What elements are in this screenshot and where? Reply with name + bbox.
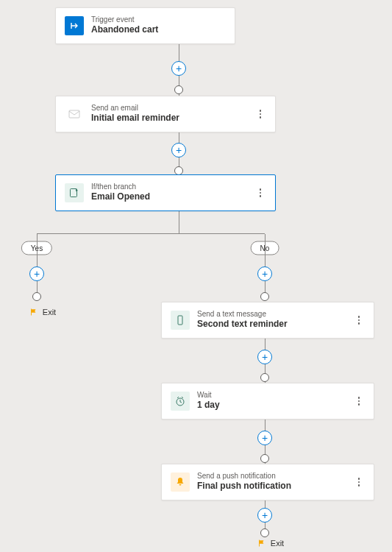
svg-rect-0: [69, 110, 79, 118]
flag-icon: [257, 539, 266, 548]
card-type-label: Send a push notification: [197, 472, 353, 481]
connector-line: [37, 233, 265, 234]
card-text: Send an email Initial email reminder: [91, 104, 254, 124]
card-text: Wait 1 day: [197, 391, 353, 411]
bell-icon: [171, 473, 190, 492]
card-menu-icon[interactable]: [353, 314, 365, 326]
trigger-icon: [65, 16, 84, 35]
sms-step-card[interactable]: Send a text message Second text reminder: [161, 302, 374, 339]
card-menu-icon[interactable]: [254, 108, 266, 120]
connector-node: [174, 85, 183, 94]
card-type-label: Send an email: [91, 104, 254, 113]
add-step-button[interactable]: [257, 431, 272, 445]
add-step-button[interactable]: [171, 143, 186, 158]
connector-node: [32, 292, 41, 301]
card-title: Initial email reminder: [91, 113, 254, 124]
branch-card[interactable]: If/then branch Email Opened: [55, 174, 276, 211]
exit-node: Exit: [257, 539, 284, 548]
card-title: 1 day: [197, 400, 353, 411]
exit-node: Exit: [29, 308, 56, 316]
card-text: Send a text message Second text reminder: [197, 310, 353, 330]
wait-step-card[interactable]: Wait 1 day: [161, 383, 374, 420]
exit-label: Exit: [271, 539, 284, 548]
email-step-card[interactable]: Send an email Initial email reminder: [55, 96, 276, 132]
card-title: Final push notification: [197, 481, 353, 492]
add-step-button[interactable]: [29, 266, 44, 281]
card-text: If/then branch Email Opened: [91, 183, 254, 203]
card-type-label: If/then branch: [91, 183, 254, 191]
email-icon: [65, 105, 84, 124]
card-text: Send a push notification Final push noti…: [197, 472, 353, 492]
add-step-button[interactable]: [257, 350, 272, 364]
card-type-label: Trigger event: [91, 15, 226, 24]
connector-node: [260, 292, 269, 301]
clock-icon: [171, 392, 190, 411]
trigger-card[interactable]: Trigger event Abandoned cart: [55, 7, 235, 44]
card-title: Abandoned cart: [91, 24, 226, 36]
card-type-label: Send a text message: [197, 310, 353, 319]
flag-icon: [29, 308, 38, 316]
connector-node: [260, 454, 269, 463]
connector-line: [37, 234, 38, 297]
card-title: Second text reminder: [197, 319, 353, 330]
branch-icon: [65, 183, 84, 202]
card-menu-icon[interactable]: [254, 187, 266, 199]
card-menu-icon[interactable]: [353, 395, 365, 407]
connector-node: [260, 373, 269, 382]
connector-node: [260, 528, 269, 537]
phone-icon: [171, 311, 190, 330]
add-step-button[interactable]: [257, 508, 272, 523]
card-title: Email Opened: [91, 191, 254, 203]
push-step-card[interactable]: Send a push notification Final push noti…: [161, 464, 374, 500]
svg-rect-2: [178, 316, 182, 325]
card-menu-icon[interactable]: [353, 476, 365, 488]
card-text: Trigger event Abandoned cart: [91, 15, 226, 36]
exit-label: Exit: [43, 308, 56, 316]
connector-line: [179, 210, 179, 234]
add-step-button[interactable]: [257, 266, 272, 281]
add-step-button[interactable]: [171, 61, 186, 76]
card-type-label: Wait: [197, 391, 353, 400]
